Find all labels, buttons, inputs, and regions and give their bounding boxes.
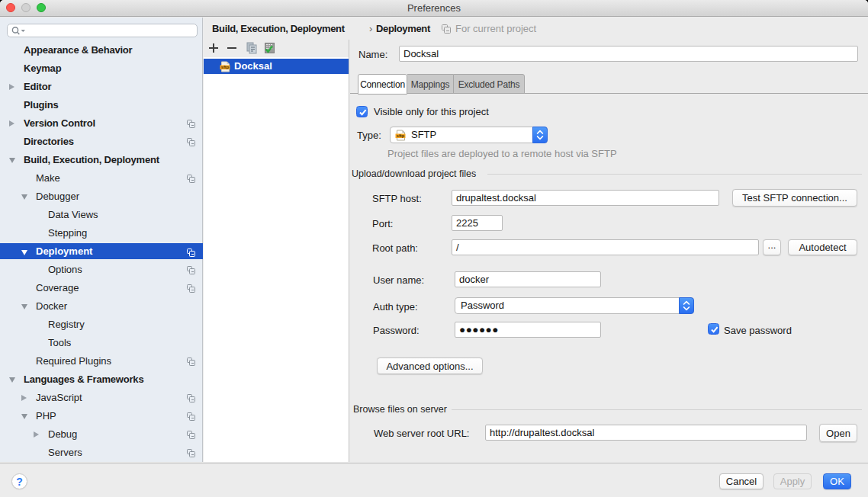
visible-only-checkbox[interactable] bbox=[356, 106, 368, 117]
checkmark-icon bbox=[710, 325, 719, 334]
auth-type-value: Password bbox=[461, 298, 504, 313]
expand-arrow-icon[interactable] bbox=[34, 431, 39, 438]
sidebar-item-directories[interactable]: Directories bbox=[0, 133, 203, 151]
sidebar-item-options[interactable]: Options bbox=[0, 261, 203, 279]
visible-only-label: Visible only for this project bbox=[374, 106, 489, 117]
browse-section-title: Browse files on server bbox=[353, 404, 447, 415]
type-select[interactable]: sftp SFTP bbox=[390, 127, 548, 143]
use-as-default-button[interactable] bbox=[262, 41, 276, 55]
sidebar-item-debugger[interactable]: Debugger bbox=[0, 188, 203, 206]
root-path-label: Root path: bbox=[372, 242, 418, 254]
sidebar-item-editor[interactable]: Editor bbox=[0, 78, 203, 96]
add-server-button[interactable] bbox=[207, 41, 220, 55]
sidebar-item-label: Languages & Frameworks bbox=[24, 370, 143, 389]
collapse-arrow-icon[interactable] bbox=[9, 377, 15, 383]
sidebar-item-servers[interactable]: Servers bbox=[0, 444, 203, 462]
sidebar-item-label: Data Views bbox=[48, 206, 98, 224]
sidebar-item-label: Registry bbox=[48, 316, 85, 334]
sidebar-item-tools[interactable]: Tools bbox=[0, 334, 203, 352]
tab-connection[interactable]: Connection bbox=[358, 74, 407, 95]
shared-settings-icon bbox=[187, 449, 195, 457]
name-input[interactable]: Docksal bbox=[399, 46, 858, 62]
sidebar-item-label: Deployment bbox=[36, 243, 92, 259]
shared-settings-icon bbox=[187, 284, 195, 293]
help-button[interactable]: ? bbox=[11, 473, 27, 489]
collapse-arrow-icon[interactable] bbox=[9, 158, 15, 163]
shared-settings-icon bbox=[187, 138, 195, 146]
save-password-label: Save password bbox=[724, 325, 792, 336]
apply-button[interactable]: Apply bbox=[773, 473, 812, 489]
sidebar-item-javascript[interactable]: JavaScript bbox=[0, 389, 203, 407]
user-name-label: User name: bbox=[373, 274, 424, 286]
server-list-toolbar bbox=[204, 40, 349, 57]
collapse-arrow-icon[interactable] bbox=[21, 414, 27, 419]
server-list-item-docksal[interactable]: sftp Docksal bbox=[204, 59, 349, 74]
sidebar-item-languages-frameworks[interactable]: Languages & Frameworks bbox=[0, 370, 203, 389]
sidebar-item-plugins[interactable]: Plugins bbox=[0, 96, 203, 114]
breadcrumb-parent[interactable]: Build, Execution, Deployment bbox=[212, 18, 345, 40]
sidebar-item-stepping[interactable]: Stepping bbox=[0, 224, 203, 242]
shared-settings-icon bbox=[187, 120, 195, 128]
svg-text:sftp: sftp bbox=[221, 65, 230, 69]
test-sftp-connection-button[interactable]: Test SFTP connection... bbox=[732, 189, 857, 207]
auth-type-select[interactable]: Password bbox=[455, 297, 694, 314]
port-label: Port: bbox=[372, 218, 393, 229]
save-password-checkbox[interactable] bbox=[708, 323, 719, 335]
search-options-arrow-icon bbox=[21, 30, 26, 32]
autodetect-button[interactable]: Autodetect bbox=[788, 239, 857, 255]
sidebar-item-label: Stepping bbox=[48, 224, 87, 242]
server-list: sftp Docksal bbox=[204, 57, 349, 462]
sidebar-item-label: Make bbox=[36, 169, 60, 188]
user-name-input[interactable]: docker bbox=[455, 271, 601, 287]
expand-arrow-icon[interactable] bbox=[9, 120, 14, 127]
collapse-arrow-icon[interactable] bbox=[21, 250, 27, 255]
remove-server-button[interactable] bbox=[225, 41, 239, 55]
shared-settings-icon bbox=[187, 266, 195, 274]
sidebar-item-label: Coverage bbox=[36, 279, 79, 297]
sidebar-item-coverage[interactable]: Coverage bbox=[0, 279, 203, 297]
copy-server-button[interactable] bbox=[245, 41, 259, 55]
collapse-arrow-icon[interactable] bbox=[21, 304, 27, 309]
web-root-input[interactable]: http://drupaltest.docksal bbox=[485, 425, 807, 441]
sidebar-item-version-control[interactable]: Version Control bbox=[0, 114, 203, 133]
sidebar-item-keymap[interactable]: Keymap bbox=[0, 59, 203, 78]
sidebar-item-make[interactable]: Make bbox=[0, 169, 203, 188]
sidebar-item-registry[interactable]: Registry bbox=[0, 316, 203, 334]
password-input[interactable]: ●●●●●● bbox=[455, 322, 601, 338]
port-input[interactable]: 2225 bbox=[452, 215, 503, 231]
browse-section-rule bbox=[452, 409, 862, 410]
sidebar-item-php[interactable]: PHP bbox=[0, 407, 203, 425]
sidebar-item-label: Debug bbox=[48, 425, 77, 444]
sidebar-item-data-views[interactable]: Data Views bbox=[0, 206, 203, 224]
sidebar-item-label: Options bbox=[48, 261, 82, 279]
ok-button[interactable]: OK bbox=[823, 473, 851, 489]
tab-excluded-paths[interactable]: Excluded Paths bbox=[453, 74, 525, 94]
shared-settings-icon bbox=[187, 412, 195, 421]
open-button[interactable]: Open bbox=[819, 424, 857, 442]
name-label: Name: bbox=[358, 49, 387, 60]
expand-arrow-icon[interactable] bbox=[9, 84, 14, 90]
settings-sidebar: Appearance & BehaviorKeymapEditorPlugins… bbox=[0, 18, 203, 462]
tab-mappings[interactable]: Mappings bbox=[407, 74, 453, 94]
sidebar-item-required-plugins[interactable]: Required Plugins bbox=[0, 352, 203, 370]
auth-type-stepper bbox=[679, 297, 694, 314]
sidebar-item-deployment[interactable]: Deployment bbox=[0, 243, 203, 259]
sidebar-item-label: Servers bbox=[48, 444, 82, 462]
browse-root-path-button[interactable]: ... bbox=[763, 239, 781, 255]
advanced-options-button[interactable]: Advanced options... bbox=[377, 358, 483, 374]
root-path-input[interactable]: / bbox=[452, 239, 759, 255]
expand-arrow-icon[interactable] bbox=[21, 395, 27, 401]
checkmark-icon bbox=[358, 108, 368, 117]
sidebar-item-docker[interactable]: Docker bbox=[0, 297, 203, 316]
breadcrumb-separator-icon: › bbox=[369, 18, 372, 40]
cancel-button[interactable]: Cancel bbox=[719, 473, 764, 489]
sftp-host-input[interactable]: drupaltest.docksal bbox=[452, 190, 719, 206]
password-label: Password: bbox=[373, 325, 420, 336]
collapse-arrow-icon[interactable] bbox=[21, 194, 27, 200]
sidebar-item-label: Plugins bbox=[24, 96, 59, 114]
type-select-value: SFTP bbox=[411, 127, 436, 143]
sidebar-item-appearance-behavior[interactable]: Appearance & Behavior bbox=[0, 41, 203, 59]
sidebar-item-debug[interactable]: Debug bbox=[0, 425, 203, 444]
sidebar-item-build-execution-deployment[interactable]: Build, Execution, Deployment bbox=[0, 151, 203, 169]
search-input[interactable] bbox=[7, 24, 198, 37]
